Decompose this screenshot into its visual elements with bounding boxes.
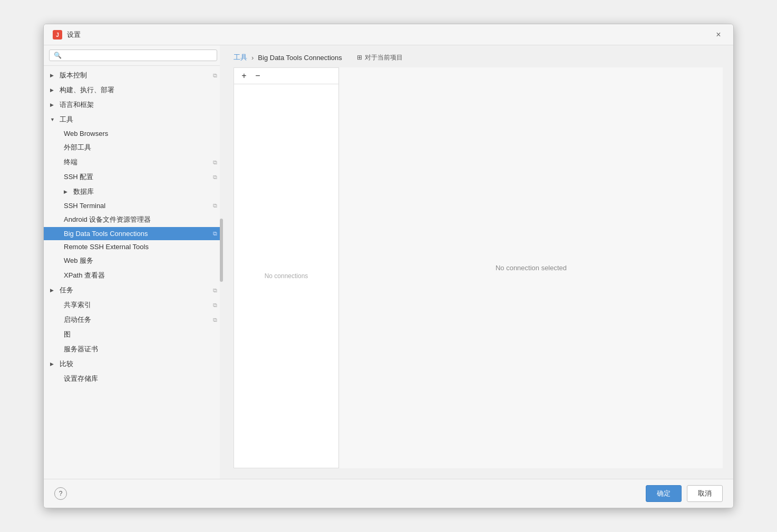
copy-icon: ⧉ <box>213 72 217 79</box>
item-label: 服务器证书 <box>64 344 98 354</box>
scrollbar-track <box>220 45 223 479</box>
item-label: 终端 <box>64 157 77 167</box>
nav-group-工具[interactable]: ▼ 工具 <box>44 112 222 127</box>
copy-icon: ⧉ <box>213 287 217 294</box>
item-label: Web 服务 <box>64 256 93 265</box>
copy-icon: ⧉ <box>213 317 217 323</box>
chevron-right-icon: ▶ <box>50 102 56 107</box>
sidebar-item-数据库[interactable]: ▶ 数据库 <box>44 184 222 199</box>
connections-panel: + − No connections <box>234 67 339 468</box>
item-label: 数据库 <box>73 187 94 196</box>
close-button[interactable]: × <box>712 28 725 41</box>
scrollbar-thumb[interactable] <box>220 219 223 282</box>
sidebar-item-web-service[interactable]: Web 服务 <box>44 253 222 268</box>
sidebar-item-label: 比较 <box>60 359 73 369</box>
nav-group-任务[interactable]: ▶ 任务 ⧉ <box>44 283 222 298</box>
main-content: 工具 › Big Data Tools Connections ⊞ 对于当前项目… <box>223 45 733 479</box>
sidebar-item-ssh-config[interactable]: SSH 配置 ⧉ <box>44 170 222 184</box>
breadcrumb-parent[interactable]: 工具 <box>234 53 247 62</box>
settings-dialog: J 设置 × 🔍 ▶ 版本 <box>43 24 734 508</box>
cancel-button[interactable]: 取消 <box>687 485 723 502</box>
copy-icon: ⧉ <box>213 202 217 209</box>
no-selection-text: No connection selected <box>496 264 567 272</box>
item-label: Web Browsers <box>64 130 108 137</box>
copy-icon: ⧉ <box>213 302 217 309</box>
chevron-right-icon: ▶ <box>64 189 70 194</box>
sidebar-item-label: 语言和框架 <box>60 100 94 110</box>
sidebar-item-共享索引[interactable]: 共享索引 ⧉ <box>44 298 222 312</box>
item-label: Big Data Tools Connections <box>64 230 148 238</box>
help-button[interactable]: ? <box>54 487 67 500</box>
breadcrumb: 工具 › Big Data Tools Connections ⊞ 对于当前项目 <box>223 45 733 67</box>
item-label: Android 设备文件资源管理器 <box>64 215 151 224</box>
breadcrumb-separator: › <box>251 54 254 62</box>
chevron-right-icon: ▶ <box>50 288 56 293</box>
project-icon: ⊞ <box>357 54 362 61</box>
chevron-right-icon: ▶ <box>50 361 56 367</box>
dialog-footer: ? 确定 取消 <box>44 479 733 508</box>
search-box: 🔍 <box>44 45 222 66</box>
footer-left: ? <box>54 487 67 500</box>
connections-toolbar: + − <box>234 68 338 84</box>
remove-connection-button[interactable]: − <box>252 70 264 82</box>
add-connection-button[interactable]: + <box>238 70 250 82</box>
connections-list: No connections <box>234 84 338 468</box>
search-input[interactable] <box>64 52 212 59</box>
sidebar-item-web-browsers[interactable]: Web Browsers <box>44 127 222 140</box>
item-label: 共享索引 <box>64 300 91 310</box>
sidebar-nav: ▶ 版本控制 ⧉ ▶ 构建、执行、部署 ▶ 语言和框架 <box>44 66 222 388</box>
sidebar-item-ssh-terminal[interactable]: SSH Terminal ⧉ <box>44 199 222 212</box>
app-logo: J <box>52 29 63 40</box>
nav-group-比较[interactable]: ▶ 比较 <box>44 357 222 371</box>
sidebar-item-label: 工具 <box>60 115 73 124</box>
copy-icon: ⧉ <box>213 230 217 237</box>
sidebar-item-android[interactable]: Android 设备文件资源管理器 <box>44 212 222 227</box>
item-label: Remote SSH External Tools <box>64 243 149 251</box>
content-area: + − No connections No connection selecte… <box>223 67 733 479</box>
chevron-right-icon: ▶ <box>50 87 56 93</box>
item-label: XPath 查看器 <box>64 271 105 280</box>
breadcrumb-current: Big Data Tools Connections <box>258 54 342 62</box>
copy-icon: ⧉ <box>213 174 217 181</box>
chevron-down-icon: ▼ <box>50 117 56 122</box>
search-wrapper: 🔍 <box>49 50 217 61</box>
item-label: 外部工具 <box>64 143 91 152</box>
item-label: SSH Terminal <box>64 202 105 210</box>
dialog-title: 设置 <box>67 30 712 40</box>
sidebar-item-图[interactable]: 图 <box>44 327 222 342</box>
sidebar-item-big-data-tools[interactable]: Big Data Tools Connections ⧉ <box>44 227 222 240</box>
sidebar-item-设置存储库[interactable]: 设置存储库 <box>44 371 222 386</box>
svg-text:J: J <box>56 32 59 38</box>
item-label: SSH 配置 <box>64 172 93 182</box>
sidebar-item-remote-ssh[interactable]: Remote SSH External Tools <box>44 240 222 253</box>
title-bar: J 设置 × <box>44 24 733 45</box>
item-label: 启动任务 <box>64 315 91 324</box>
sidebar-item-xpath[interactable]: XPath 查看器 <box>44 268 222 283</box>
nav-group-版本控制[interactable]: ▶ 版本控制 ⧉ <box>44 68 222 83</box>
empty-connections-text: No connections <box>265 272 308 280</box>
dialog-body: 🔍 ▶ 版本控制 ⧉ ▶ 构建、执行、部署 <box>44 45 733 479</box>
sidebar-wrapper: 🔍 ▶ 版本控制 ⧉ ▶ 构建、执行、部署 <box>44 45 223 479</box>
ok-button[interactable]: 确定 <box>646 485 682 502</box>
sidebar-item-服务器证书[interactable]: 服务器证书 <box>44 342 222 357</box>
sidebar-item-启动任务[interactable]: 启动任务 ⧉ <box>44 312 222 327</box>
sidebar-item-外部工具[interactable]: 外部工具 <box>44 140 222 155</box>
project-scope-button[interactable]: ⊞ 对于当前项目 <box>357 53 403 62</box>
search-icon: 🔍 <box>54 52 62 59</box>
sidebar-item-label: 版本控制 <box>60 71 87 80</box>
item-label: 图 <box>64 330 71 339</box>
nav-group-语言[interactable]: ▶ 语言和框架 <box>44 97 222 112</box>
sidebar-item-label: 构建、执行、部署 <box>60 85 114 95</box>
nav-group-构建[interactable]: ▶ 构建、执行、部署 <box>44 83 222 97</box>
sidebar: 🔍 ▶ 版本控制 ⧉ ▶ 构建、执行、部署 <box>44 45 223 388</box>
sidebar-item-终端[interactable]: 终端 ⧉ <box>44 155 222 170</box>
item-label: 设置存储库 <box>64 374 98 383</box>
sidebar-item-label: 任务 <box>60 285 73 295</box>
detail-panel: No connection selected <box>339 67 723 468</box>
chevron-right-icon: ▶ <box>50 73 56 78</box>
project-label: 对于当前项目 <box>365 53 403 62</box>
copy-icon: ⧉ <box>213 159 217 166</box>
